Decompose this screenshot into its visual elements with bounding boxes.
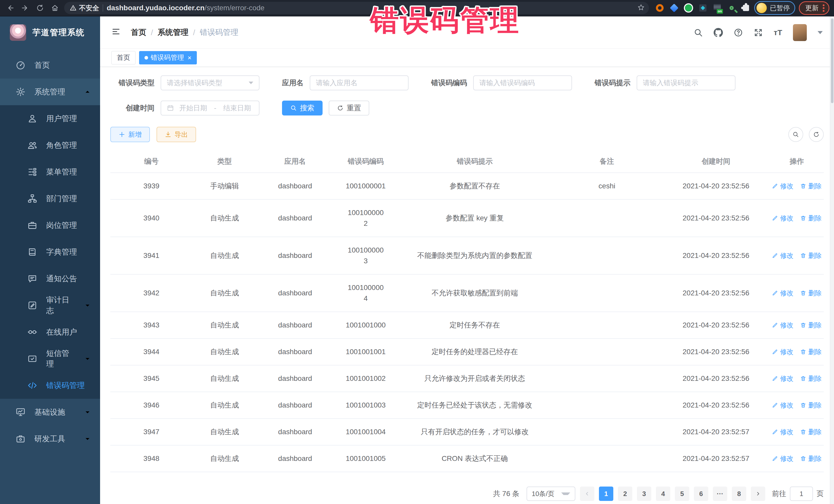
delete-row-button[interactable]: 删除 xyxy=(800,427,822,437)
edit-row-button[interactable]: 修改 xyxy=(772,288,793,298)
fullscreen-button[interactable] xyxy=(754,28,763,37)
edit-row-button[interactable]: 修改 xyxy=(772,400,793,410)
action-label: 删除 xyxy=(808,374,822,384)
edit-row-button[interactable]: 修改 xyxy=(772,454,793,464)
edit-row-button[interactable]: 修改 xyxy=(772,374,793,384)
search-button[interactable]: 搜索 xyxy=(282,101,323,115)
browser-profile-chip[interactable]: 已暂停 xyxy=(754,1,795,15)
delete-row-button[interactable]: 删除 xyxy=(800,181,822,191)
row-id: 3942 xyxy=(110,274,193,312)
scrollbar-thumb[interactable] xyxy=(831,19,833,103)
sidebar-item-system[interactable]: 系统管理 xyxy=(0,79,100,105)
column-header: 错误码提示 xyxy=(398,151,552,173)
delete-row-button[interactable]: 删除 xyxy=(800,347,822,357)
edit-row-button[interactable]: 修改 xyxy=(772,347,793,357)
sidebar-item-notice[interactable]: 通知公告 xyxy=(0,265,100,292)
edit-row-button[interactable]: 修改 xyxy=(772,320,793,330)
edit-row-button[interactable]: 修改 xyxy=(772,181,793,191)
browser-forward-button[interactable] xyxy=(20,2,31,14)
browser-menu-icon[interactable] xyxy=(823,4,825,12)
error-code-input[interactable]: 请输入错误码编码 xyxy=(473,75,572,90)
edit-row-button[interactable]: 修改 xyxy=(772,427,793,437)
sidebar-logo[interactable]: 芋道管理系统 xyxy=(0,17,100,49)
puzzle-extensions-icon[interactable] xyxy=(741,3,751,13)
prev-page-button[interactable] xyxy=(580,486,594,501)
more-pages-button[interactable]: ··· xyxy=(713,486,727,501)
blue-gem-extension-icon[interactable] xyxy=(670,3,679,13)
delete-row-button[interactable]: 删除 xyxy=(800,400,822,410)
security-status[interactable]: 不安全 xyxy=(70,4,99,13)
close-tab-icon[interactable]: × xyxy=(188,54,192,61)
add-button[interactable]: 新增 xyxy=(110,127,150,142)
url-bar[interactable]: 不安全 dashboard.yudao.iocoder.cn/system/er… xyxy=(64,2,649,14)
goto-page-input[interactable] xyxy=(790,486,813,501)
green-v-extension-icon[interactable] xyxy=(684,3,693,13)
page-4-button[interactable]: 4 xyxy=(656,486,670,501)
green-key-extension-icon[interactable] xyxy=(727,3,736,13)
tab-label: 首页 xyxy=(117,53,130,62)
sidebar-item-role[interactable]: 角色管理 xyxy=(0,132,100,159)
sidebar-item-online-user[interactable]: 在线用户 xyxy=(0,319,100,345)
delete-row-button[interactable]: 删除 xyxy=(800,320,822,330)
tab-home[interactable]: 首页 xyxy=(111,51,135,64)
edit-row-button[interactable]: 修改 xyxy=(772,251,793,261)
row-app: dashboard xyxy=(257,365,334,392)
tab-error-code[interactable]: 错误码管理 × xyxy=(139,51,197,64)
error-hint-input[interactable]: 请输入错误码提示 xyxy=(637,75,736,90)
reset-button[interactable]: 重置 xyxy=(329,101,369,115)
action-label: 修改 xyxy=(780,374,793,384)
breadcrumb-home[interactable]: 首页 xyxy=(131,27,146,38)
sidebar-item-audit-log[interactable]: 审计日志 xyxy=(0,292,100,319)
sidebar-item-sms[interactable]: 短信管理 xyxy=(0,345,100,372)
chevron-down-icon[interactable] xyxy=(817,31,823,34)
sidebar-item-post[interactable]: 岗位管理 xyxy=(0,212,100,239)
header-search-button[interactable] xyxy=(694,28,703,37)
edit-row-button[interactable]: 修改 xyxy=(772,213,793,223)
browser-back-button[interactable] xyxy=(5,2,16,14)
sidebar-item-dict[interactable]: 字典管理 xyxy=(0,239,100,265)
page-2-button[interactable]: 2 xyxy=(618,486,632,501)
sidebar-item-dept[interactable]: 部门管理 xyxy=(0,185,100,212)
refresh-table-button[interactable] xyxy=(809,127,824,142)
browser-home-button[interactable] xyxy=(49,2,61,14)
page-5-button[interactable]: 5 xyxy=(675,486,689,501)
sidebar-item-devtools[interactable]: 研发工具 xyxy=(0,425,100,452)
export-button[interactable]: 导出 xyxy=(156,127,196,142)
sidebar-collapse-button[interactable] xyxy=(111,27,123,38)
toggle-search-button[interactable] xyxy=(788,127,803,142)
delete-row-button[interactable]: 删除 xyxy=(800,251,822,261)
bookmark-star-button[interactable] xyxy=(637,4,645,12)
sidebar-item-menu[interactable]: 菜单管理 xyxy=(0,159,100,185)
page-8-button[interactable]: 8 xyxy=(732,486,746,501)
delete-row-button[interactable]: 删除 xyxy=(800,288,822,298)
user-avatar[interactable] xyxy=(793,24,807,41)
dark-tiles-extension-icon[interactable] xyxy=(698,3,707,13)
sidebar-item-error-code[interactable]: 错误码管理 xyxy=(0,372,100,399)
page-size-select[interactable]: 10条/页 xyxy=(527,486,575,501)
question-circle-icon xyxy=(734,28,743,37)
sidebar-item-label: 首页 xyxy=(35,60,91,70)
page-6-button[interactable]: 6 xyxy=(694,486,708,501)
page-1-button[interactable]: 1 xyxy=(599,486,613,501)
hamburger-icon xyxy=(111,27,120,36)
date-range-picker[interactable]: 开始日期 - 结束日期 xyxy=(161,101,259,115)
page-3-button[interactable]: 3 xyxy=(637,486,651,501)
page-scrollbar[interactable] xyxy=(830,17,834,504)
github-link-button[interactable] xyxy=(714,28,723,37)
sidebar-item-infra[interactable]: 基础设施 xyxy=(0,399,100,425)
delete-row-button[interactable]: 删除 xyxy=(800,374,822,384)
delete-row-button[interactable]: 删除 xyxy=(800,213,822,223)
sidebar-item-home[interactable]: 首页 xyxy=(0,52,100,79)
next-page-button[interactable] xyxy=(751,486,765,501)
app-name-input[interactable]: 请输入应用名 xyxy=(310,75,409,90)
error-type-select[interactable]: 请选择错误码类型 xyxy=(161,75,259,90)
font-size-button[interactable]: тT xyxy=(774,29,782,37)
sidebar-item-user[interactable]: 用户管理 xyxy=(0,105,100,132)
browser-reload-button[interactable] xyxy=(35,2,46,14)
delete-row-button[interactable]: 删除 xyxy=(800,454,822,464)
orange-ring-extension-icon[interactable] xyxy=(655,3,664,13)
tabs-extension-icon[interactable]: on xyxy=(712,3,722,13)
breadcrumb-system[interactable]: 系统管理 xyxy=(158,27,188,38)
browser-update-button[interactable]: 更新 xyxy=(799,1,829,15)
help-button[interactable] xyxy=(734,28,743,37)
